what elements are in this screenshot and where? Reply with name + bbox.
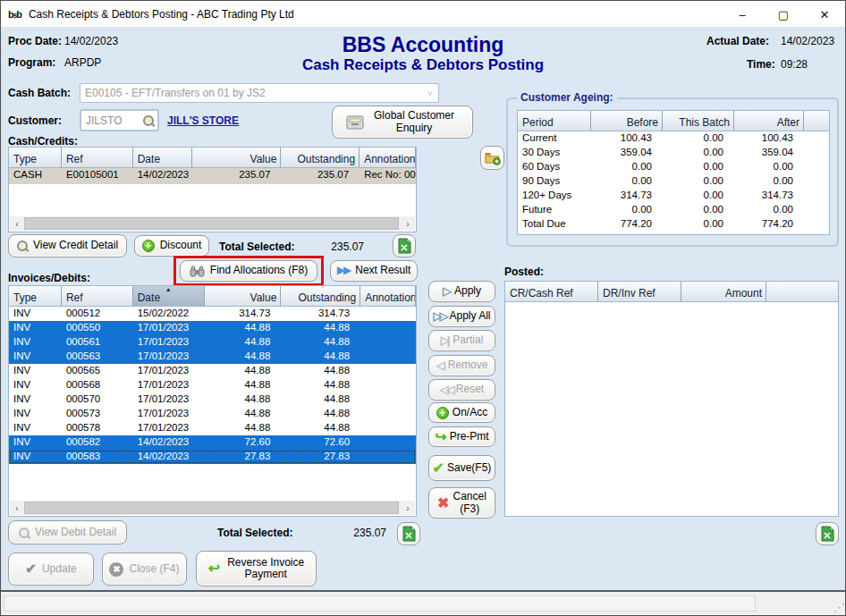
scroll-right-icon[interactable]: › [401,219,415,229]
table-cell[interactable] [360,321,416,335]
table-cell[interactable]: 44.88 [205,392,282,407]
apply-all-button[interactable]: ▷▷Apply All [428,306,495,327]
table-cell[interactable]: 000512 [62,307,133,321]
apply-button[interactable]: ▷Apply [428,281,495,302]
table-cell[interactable] [360,307,416,321]
table-cell[interactable]: 15/02/2022 [133,307,205,321]
table-cell[interactable]: 000565 [62,364,133,378]
table-cell[interactable]: 000573 [62,407,133,421]
table-cell[interactable]: 17/01/2023 [133,335,205,350]
table-cell[interactable]: 72.60 [281,435,360,450]
scroll-right-icon[interactable]: › [401,503,415,513]
update-button[interactable]: ✔ Update [8,553,94,586]
column-header[interactable]: CR/Cash Ref [505,282,598,301]
scroll-thumb[interactable] [24,502,399,514]
invoices-header[interactable]: TypeRefDate▲ValueOutstandingAnnotation [9,286,416,307]
table-cell[interactable]: INV [9,435,62,450]
table-cell[interactable]: INV [9,407,62,421]
invoice-export-excel-button[interactable] [397,522,420,545]
table-row[interactable]: INV00056317/01/202344.8844.88 [9,350,416,364]
table-cell[interactable]: 44.88 [205,321,282,335]
remove-button[interactable]: ◁Remove [428,355,495,376]
table-cell[interactable]: 44.88 [281,378,360,392]
table-row[interactable]: INV00057817/01/202344.8844.88 [9,421,416,435]
partial-button[interactable]: ▷|Partial [428,330,495,351]
table-cell[interactable]: CASH [9,168,62,184]
save-button[interactable]: ✔Save(F5) [428,455,495,481]
table-cell[interactable] [360,378,416,392]
table-cell[interactable]: 72.60 [205,435,282,450]
table-cell[interactable]: INV [9,321,62,335]
table-row[interactable]: INV00058314/02/202327.8327.83 [9,450,416,464]
table-cell[interactable]: 27.83 [281,450,360,464]
table-cell[interactable]: 000561 [62,335,133,350]
table-cell[interactable]: INV [9,421,62,435]
table-cell[interactable]: 14/02/2023 [133,450,205,464]
scroll-left-icon[interactable]: ‹ [10,219,24,229]
table-cell[interactable]: 17/01/2023 [133,321,205,335]
view-debit-detail-button[interactable]: View Debit Detail [8,520,127,544]
table-cell[interactable]: 314.73 [205,307,282,321]
table-row[interactable]: CASHE0010500114/02/2023235.07235.07Rec N… [9,168,416,184]
column-header[interactable]: This Batch [663,111,734,131]
column-header[interactable]: Annotation [360,148,416,167]
column-header[interactable]: Ref [62,148,133,167]
reverse-invoice-payment-button[interactable]: ↩ Reverse InvoicePayment [196,551,317,586]
column-header[interactable]: Date [133,148,192,167]
table-cell[interactable] [360,392,416,407]
table-cell[interactable] [360,450,416,464]
column-header[interactable]: Outstanding [281,148,360,167]
table-cell[interactable]: INV [9,450,62,464]
table-row[interactable]: INV00057017/01/202344.8844.88 [9,392,416,407]
table-cell[interactable]: Rec No: 000280 [360,168,416,184]
table-cell[interactable]: 44.88 [281,407,360,421]
table-row[interactable]: INV00057317/01/202344.8844.88 [9,407,416,421]
table-cell[interactable]: 235.07 [281,168,360,184]
global-customer-enquiry-button[interactable]: Global Customer Enquiry [332,105,473,139]
cash-credits-hscrollbar[interactable]: ‹ › [10,216,415,231]
table-cell[interactable]: 235.07 [192,168,282,184]
table-cell[interactable]: 17/01/2023 [133,350,205,364]
table-cell[interactable]: 44.88 [281,321,360,335]
column-header[interactable]: Annotation [360,286,416,306]
table-row[interactable]: INV00055017/01/202344.8844.88 [9,321,416,335]
table-cell[interactable]: 000563 [62,350,133,364]
column-header[interactable]: Period [518,111,591,131]
open-batch-folder-button[interactable] [480,146,504,170]
table-cell[interactable]: INV [9,335,62,350]
table-cell[interactable]: INV [9,392,62,407]
table-cell[interactable]: 000583 [62,450,133,464]
column-header[interactable]: Type [9,286,62,306]
maximize-button[interactable]: ▢ [763,1,804,28]
close-f4-button[interactable]: ✖ Close (F4) [102,553,187,586]
table-cell[interactable]: 44.88 [281,364,360,378]
posted-header[interactable]: CR/Cash RefDR/Inv RefAmount [505,282,838,302]
close-button[interactable]: ✕ [804,1,845,28]
table-cell[interactable]: 000578 [62,421,133,435]
posted-table[interactable]: CR/Cash RefDR/Inv RefAmount [504,281,839,517]
table-cell[interactable]: 44.88 [205,364,282,378]
customer-code-input[interactable]: JILSTO [80,109,159,131]
minimize-button[interactable]: – [722,1,763,28]
table-cell[interactable]: 44.88 [281,350,360,364]
discount-button[interactable]: + Discount [134,235,209,257]
scroll-thumb[interactable] [24,217,399,230]
invoices-table[interactable]: TypeRefDate▲ValueOutstandingAnnotation I… [8,285,417,517]
table-cell[interactable] [360,421,416,435]
table-cell[interactable]: INV [9,364,62,378]
table-cell[interactable]: E00105001 [62,168,133,184]
table-cell[interactable]: 44.88 [205,421,282,435]
table-cell[interactable]: 17/01/2023 [133,421,205,435]
table-row[interactable]: INV00056517/01/202344.8844.88 [9,364,416,378]
table-cell[interactable]: 000582 [62,435,133,450]
table-cell[interactable]: 314.73 [281,307,360,321]
table-cell[interactable] [360,407,416,421]
column-header[interactable]: Type [9,148,62,167]
table-cell[interactable]: 000570 [62,392,133,407]
posted-export-excel-button[interactable] [816,522,839,545]
table-cell[interactable]: 27.83 [205,450,282,464]
table-row[interactable]: INV00051215/02/2022314.73314.73 [9,307,416,321]
cash-batch-select[interactable]: E00105 - EFT/Transfers on 01 by JS2 ˅ [80,83,439,103]
cash-credits-header[interactable]: TypeRefDateValueOutstandingAnnotation [9,148,416,168]
column-header[interactable]: Amount [681,282,766,301]
